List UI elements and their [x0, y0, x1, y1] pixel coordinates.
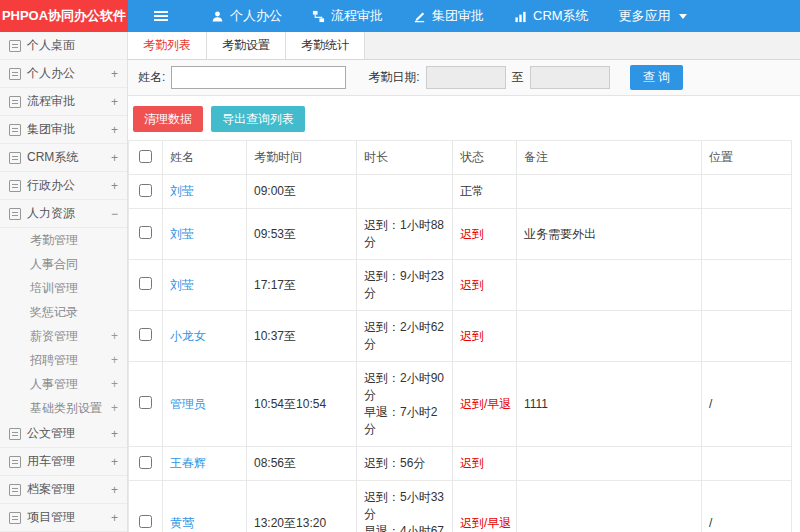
- sidebar-subitem-salary-management[interactable]: 薪资管理 +: [0, 324, 127, 348]
- sidebar-item-label: 流程审批: [27, 93, 75, 110]
- chevron-down-icon: [679, 14, 687, 19]
- name-cell: 刘莹: [163, 175, 247, 209]
- nav-label: 集团审批: [432, 7, 484, 25]
- sidebar-item-personal-office[interactable]: 个人办公 +: [0, 60, 127, 88]
- row-checkbox[interactable]: [139, 515, 152, 528]
- clear-data-button[interactable]: 清理数据: [133, 106, 203, 132]
- sidebar-item-document-management[interactable]: 公文管理 +: [0, 420, 127, 448]
- remark: [517, 311, 702, 362]
- employee-name-link[interactable]: 小龙女: [170, 329, 206, 343]
- location: [702, 209, 792, 260]
- name-cell: 黄莺: [163, 481, 247, 532]
- sidebar-subitem-personnel-contract[interactable]: 人事合同: [0, 252, 127, 276]
- tab-attendance-list[interactable]: 考勤列表: [128, 32, 207, 59]
- status-text: 迟到: [453, 447, 517, 481]
- bar-chart-icon: [514, 10, 527, 23]
- row-checkbox[interactable]: [139, 277, 152, 290]
- sidebar-hr-submenu: 考勤管理 人事合同 培训管理 奖惩记录 薪资管理 +: [0, 228, 127, 420]
- flow-icon: [9, 96, 21, 108]
- row-checkbox[interactable]: [139, 226, 152, 239]
- employee-name-link[interactable]: 刘莹: [170, 278, 194, 292]
- nav-crm-system[interactable]: CRM系统: [499, 0, 604, 32]
- expand-indicator: +: [111, 455, 118, 469]
- app-window: PHPOA协同办公软件 个人办公 流程审批 集团审批 CRM系统 更多应用: [0, 0, 800, 532]
- nav-label: 流程审批: [331, 7, 383, 25]
- nav-more-apps[interactable]: 更多应用: [604, 0, 702, 32]
- attendance-table-body: 刘莹 09:00至 正常 刘莹 09:53至 迟到：1小时88分 迟到 业务需要…: [129, 175, 792, 532]
- expand-indicator: +: [111, 151, 118, 165]
- employee-name-link[interactable]: 刘莹: [170, 227, 194, 241]
- employee-name-link[interactable]: 王春辉: [170, 456, 206, 470]
- remark: 业务需要外出: [517, 209, 702, 260]
- tab-attendance-settings[interactable]: 考勤设置: [207, 32, 286, 59]
- duration: 迟到：9小时23分: [357, 260, 453, 311]
- sidebar-item-personal-desktop[interactable]: 个人桌面: [0, 32, 127, 60]
- row-checkbox[interactable]: [139, 328, 152, 341]
- sidebar-item-admin-office[interactable]: 行政办公 +: [0, 172, 127, 200]
- row-checkbox[interactable]: [139, 396, 152, 409]
- user-icon: [9, 68, 21, 80]
- sidebar-item-archive-management[interactable]: 档案管理 +: [0, 476, 127, 504]
- select-all-checkbox[interactable]: [139, 150, 152, 163]
- table-row: 刘莹 09:53至 迟到：1小时88分 迟到 业务需要外出: [129, 209, 792, 260]
- row-checkbox[interactable]: [139, 184, 152, 197]
- duration: 迟到：5小时33分 早退：4小时67分: [357, 481, 453, 532]
- nav-label: CRM系统: [533, 7, 589, 25]
- name-input[interactable]: [171, 66, 346, 89]
- tab-attendance-statistics[interactable]: 考勤统计: [286, 32, 365, 59]
- table-row: 王春辉 08:56至 迟到：56分 迟到: [129, 447, 792, 481]
- sidebar-item-label: 集团审批: [27, 121, 75, 138]
- sidebar-item-label: 项目管理: [27, 509, 75, 526]
- sidebar-item-label: 档案管理: [27, 481, 75, 498]
- expand-indicator: +: [111, 427, 118, 441]
- status-text: 迟到/早退: [453, 481, 517, 532]
- sidebar-subitem-label: 奖惩记录: [30, 305, 78, 319]
- sidebar-item-human-resources[interactable]: 人力资源 −: [0, 200, 127, 228]
- row-checkbox[interactable]: [139, 456, 152, 469]
- employee-name-link[interactable]: 管理员: [170, 397, 206, 411]
- sidebar-item-workflow-approval[interactable]: 流程审批 +: [0, 88, 127, 116]
- top-navigation: 个人办公 流程审批 集团审批 CRM系统 更多应用: [196, 0, 702, 32]
- duration: 迟到：1小时88分: [357, 209, 453, 260]
- date-to-input[interactable]: [530, 66, 610, 89]
- edit-icon: [413, 10, 426, 23]
- location: /: [702, 481, 792, 532]
- expand-indicator: +: [111, 95, 118, 109]
- location: [702, 260, 792, 311]
- sidebar-item-group-approval[interactable]: 集团审批 +: [0, 116, 127, 144]
- nav-group-approval[interactable]: 集团审批: [398, 0, 499, 32]
- main-content: 考勤列表 考勤设置 考勤统计 姓名: 考勤日期: 至 查 询 清理数据 导出查询…: [128, 32, 800, 532]
- nav-personal-office[interactable]: 个人办公: [196, 0, 297, 32]
- export-list-button[interactable]: 导出查询列表: [211, 106, 305, 132]
- employee-name-link[interactable]: 黄莺: [170, 516, 194, 530]
- sidebar-subitem-attendance-management[interactable]: 考勤管理: [0, 228, 127, 252]
- date-from-input[interactable]: [426, 66, 506, 89]
- people-icon: [9, 208, 21, 220]
- employee-name-link[interactable]: 刘莹: [170, 184, 194, 198]
- query-button[interactable]: 查 询: [630, 65, 683, 90]
- table-row: 刘莹 09:00至 正常: [129, 175, 792, 209]
- name-label: 姓名:: [138, 69, 165, 86]
- sidebar-item-project-management[interactable]: 项目管理 +: [0, 504, 127, 532]
- sidebar-subitem-reward-punishment[interactable]: 奖惩记录: [0, 300, 127, 324]
- header-duration: 时长: [357, 141, 453, 175]
- sidebar-item-crm-system[interactable]: CRM系统 +: [0, 144, 127, 172]
- table-header-row: 姓名 考勤时间 时长 状态 备注 位置: [129, 141, 792, 175]
- hamburger-icon[interactable]: [142, 0, 180, 32]
- sidebar-subitem-recruitment-management[interactable]: 招聘管理 +: [0, 348, 127, 372]
- sidebar-subitem-training-management[interactable]: 培训管理: [0, 276, 127, 300]
- table-row: 管理员 10:54至10:54 迟到：2小时90分 早退：7小时2分 迟到/早退…: [129, 362, 792, 447]
- sidebar-subitem-label: 培训管理: [30, 281, 78, 295]
- status-text: 迟到: [453, 260, 517, 311]
- nav-workflow-approval[interactable]: 流程审批: [297, 0, 398, 32]
- name-cell: 管理员: [163, 362, 247, 447]
- sidebar-subitem-personnel-management[interactable]: 人事管理 +: [0, 372, 127, 396]
- sidebar-subitem-basic-category-settings[interactable]: 基础类别设置 +: [0, 396, 127, 420]
- sidebar-item-vehicle-management[interactable]: 用车管理 +: [0, 448, 127, 476]
- header-status: 状态: [453, 141, 517, 175]
- expand-indicator: +: [111, 483, 118, 497]
- duration: [357, 175, 453, 209]
- document-icon: [9, 428, 21, 440]
- duration: 迟到：56分: [357, 447, 453, 481]
- desktop-icon: [9, 40, 21, 52]
